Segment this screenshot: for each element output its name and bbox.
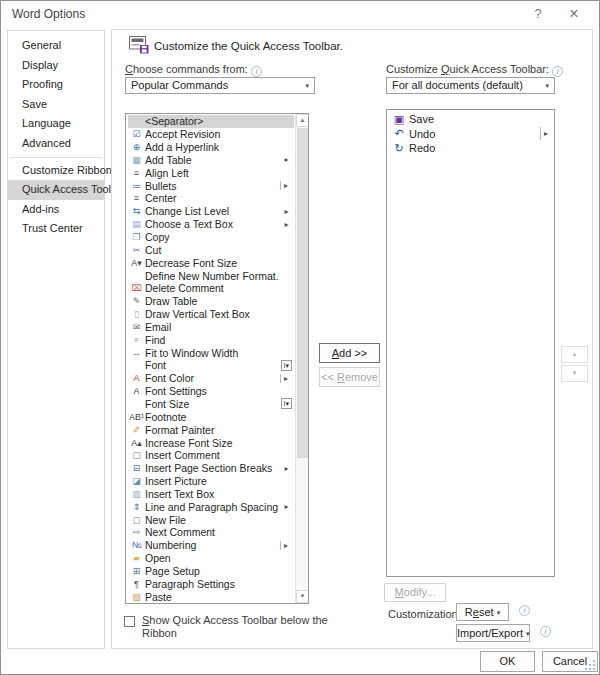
flyout-arrow-icon[interactable]: ▸ xyxy=(279,464,294,473)
info-icon[interactable]: i xyxy=(540,626,551,637)
sidebar-item-save[interactable]: Save xyxy=(8,95,104,115)
list-item[interactable]: ☑Accept Revision xyxy=(128,128,294,141)
info-icon[interactable]: i xyxy=(552,66,563,77)
scroll-down-icon[interactable]: ▼ xyxy=(296,590,309,603)
list-item[interactable]: ¶Paragraph Settings xyxy=(128,577,294,590)
command-label: Choose a Text Box xyxy=(145,218,279,230)
list-item[interactable]: ⊟Insert Page Section Breaks▸ xyxy=(128,462,294,475)
list-item[interactable]: ≔Bullets▸ xyxy=(128,179,294,192)
list-item[interactable]: ≡Align Left xyxy=(128,166,294,179)
command-label: Bullets xyxy=(145,180,280,192)
sidebar-item-proofing[interactable]: Proofing xyxy=(8,75,104,95)
list-item[interactable]: ⌧Delete Comment xyxy=(128,282,294,295)
list-item[interactable]: ⌕Find xyxy=(128,333,294,346)
list-item[interactable]: ⇕Line and Paragraph Spacing▸ xyxy=(128,500,294,513)
customize-qat-label: Customize Quick Access Toolbar:i xyxy=(386,63,563,77)
list-item[interactable]: Font SizeI▾ xyxy=(128,398,294,411)
resize-grip[interactable] xyxy=(593,660,595,662)
sidebar-item-general[interactable]: General xyxy=(8,36,104,56)
flyout-arrow-icon[interactable]: ▸ xyxy=(279,207,294,216)
help-icon[interactable]: ? xyxy=(527,4,549,24)
list-item[interactable]: ≡Center xyxy=(128,192,294,205)
reset-button[interactable]: Reset▾ xyxy=(456,603,509,621)
command-label: Open xyxy=(145,552,279,564)
command-icon: ✎ xyxy=(128,296,145,306)
list-item[interactable]: <Separator> xyxy=(128,115,294,128)
command-label: Insert Text Box xyxy=(145,488,279,500)
qat-items-list[interactable]: ▣Save↶Undo▸↻Redo xyxy=(386,109,555,577)
list-item[interactable]: ⊕Add a Hyperlink xyxy=(128,141,294,154)
list-item[interactable]: №Numbering▸ xyxy=(128,539,294,552)
list-item[interactable]: ↻Redo xyxy=(389,141,554,156)
list-item[interactable]: ❐Copy xyxy=(128,231,294,244)
commands-list[interactable]: <Separator>☑Accept Revision⊕Add a Hyperl… xyxy=(125,113,309,604)
sidebar-item-trust-center[interactable]: Trust Center xyxy=(8,219,104,239)
list-item[interactable]: ▰Open xyxy=(128,552,294,565)
move-down-button[interactable]: ▼ xyxy=(561,365,588,382)
list-item[interactable]: ▢Insert Comment xyxy=(128,449,294,462)
import-export-button[interactable]: Import/Export▾ xyxy=(456,624,530,642)
list-item[interactable]: A▴Increase Font Size xyxy=(128,436,294,449)
scrollbar-thumb[interactable] xyxy=(297,128,308,458)
command-icon: ◻ xyxy=(128,515,145,525)
command-label: Delete Comment xyxy=(145,282,279,294)
list-item[interactable]: ▤Choose a Text Box▸ xyxy=(128,218,294,231)
list-item[interactable]: ▧Paste xyxy=(128,590,294,602)
list-item[interactable]: Define New Number Format... xyxy=(128,269,294,282)
list-item[interactable]: ↶Undo▸ xyxy=(389,127,554,142)
list-item[interactable]: ✎Draw Table xyxy=(128,295,294,308)
remove-button[interactable]: << Remove xyxy=(319,367,380,387)
command-label: Increase Font Size xyxy=(145,437,279,449)
add-button[interactable]: Add >> xyxy=(319,343,380,363)
list-item[interactable]: ◪Insert Picture xyxy=(128,475,294,488)
sidebar-item-customize-ribbon[interactable]: Customize Ribbon xyxy=(8,161,104,181)
choose-commands-dropdown[interactable]: Popular Commands ▾ xyxy=(125,77,315,94)
list-item[interactable]: ▥Insert Text Box xyxy=(128,487,294,500)
scrollbar[interactable]: ▲ ▼ xyxy=(295,114,308,603)
titlebar[interactable]: Word Options ? × xyxy=(1,1,599,27)
list-item[interactable]: A▾Decrease Font Size xyxy=(128,256,294,269)
info-icon[interactable]: i xyxy=(519,605,530,616)
list-item[interactable]: FontI▾ xyxy=(128,359,294,372)
list-item[interactable]: ▯Draw Vertical Text Box xyxy=(128,308,294,321)
move-up-button[interactable]: ▲ xyxy=(561,346,588,363)
flyout-arrow-icon[interactable]: ▸ xyxy=(280,541,291,550)
customize-qat-dropdown[interactable]: For all documents (default) ▾ xyxy=(386,77,555,94)
checkbox-box[interactable] xyxy=(124,616,135,627)
sidebar-item-display[interactable]: Display xyxy=(8,56,104,76)
sidebar-item-quick-access-toolbar[interactable]: Quick Access Toolbar xyxy=(8,180,104,200)
flyout-arrow-icon[interactable]: ▸ xyxy=(280,181,291,190)
close-icon[interactable]: × xyxy=(563,4,585,24)
scroll-up-icon[interactable]: ▲ xyxy=(296,114,309,127)
flyout-arrow-icon[interactable]: ▸ xyxy=(279,155,294,164)
list-item[interactable]: ⇨Next Comment xyxy=(128,526,294,539)
ok-button[interactable]: OK xyxy=(480,651,535,672)
list-item[interactable]: ↔Fit to Window Width xyxy=(128,346,294,359)
flyout-arrow-icon[interactable]: ▸ xyxy=(540,127,551,140)
list-item[interactable]: AB¹Footnote xyxy=(128,410,294,423)
list-item[interactable]: ▣Save xyxy=(389,112,554,127)
list-item[interactable]: ✂Cut xyxy=(128,243,294,256)
list-item[interactable]: ◻New File xyxy=(128,513,294,526)
list-item[interactable]: ✉Email xyxy=(128,321,294,334)
list-item[interactable]: AFont Color▸ xyxy=(128,372,294,385)
list-item[interactable]: ⇆Change List Level▸ xyxy=(128,205,294,218)
sidebar-item-language[interactable]: Language xyxy=(8,114,104,134)
list-item[interactable]: ▦Add Table▸ xyxy=(128,154,294,167)
modify-button[interactable]: Modify... xyxy=(384,583,446,602)
cancel-button[interactable]: Cancel xyxy=(542,651,598,672)
flyout-arrow-icon[interactable]: ▸ xyxy=(279,220,294,229)
sidebar-item-advanced[interactable]: Advanced xyxy=(8,134,104,154)
list-item[interactable]: AFont Settings xyxy=(128,385,294,398)
command-icon: ⌧ xyxy=(128,283,145,293)
command-icon: ▤ xyxy=(128,219,145,229)
flyout-arrow-icon[interactable]: ▸ xyxy=(279,502,294,511)
show-qat-below-ribbon-checkbox[interactable]: Show Quick Access Toolbar below the Ribb… xyxy=(124,614,328,640)
flyout-arrow-icon[interactable]: ▸ xyxy=(280,374,291,383)
command-icon: A xyxy=(128,373,145,383)
command-icon: ⊞ xyxy=(128,566,145,576)
sidebar-item-add-ins[interactable]: Add-ins xyxy=(8,200,104,220)
list-item[interactable]: ✐Format Painter xyxy=(128,423,294,436)
info-icon[interactable]: i xyxy=(251,66,262,77)
list-item[interactable]: ⊞Page Setup xyxy=(128,565,294,578)
